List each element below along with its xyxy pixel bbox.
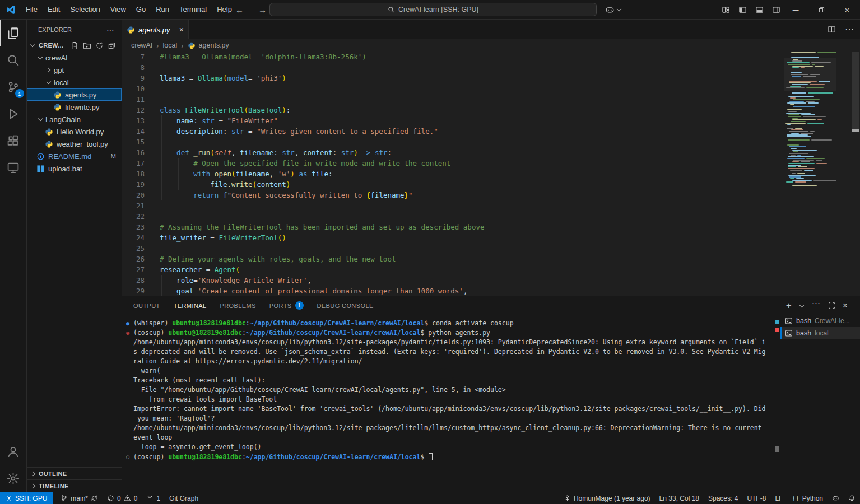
status-branch[interactable]: main* [56,492,103,504]
status-encoding[interactable]: UTF-8 [742,492,770,504]
status-commit-author[interactable]: HomunMage (1 year ago) [559,492,655,504]
status-remote[interactable]: SSH: GPU [0,492,53,504]
activity-accounts[interactable] [0,438,26,465]
none-decoration-icon [126,404,133,414]
tree-item-crewai[interactable]: crewAI [27,52,122,64]
panel-tab-debug-console[interactable]: DEBUG CONSOLE [317,301,374,310]
toggle-primary-sidebar-icon[interactable] [738,6,747,14]
panel-tab-output[interactable]: OUTPUT [133,301,160,310]
status-copilot[interactable] [828,492,844,504]
panel-tab-terminal[interactable]: TERMINAL [174,301,207,310]
panel-tab-problems[interactable]: PROBLEMS [220,301,255,310]
status-problems[interactable]: 00 [103,492,142,504]
close-tab-icon[interactable]: × [179,25,184,34]
copilot-menu[interactable] [605,0,622,19]
new-file-icon[interactable] [71,41,79,50]
panel-more-actions-icon[interactable]: ⋯ [812,298,821,309]
breadcrumb-folder[interactable]: local [163,41,178,49]
activity-extensions[interactable] [0,127,26,154]
code-line: 10 [122,83,850,94]
line-number: 7 [122,52,145,62]
activity-explorer[interactable] [0,20,26,46]
extensions-icon [7,134,20,147]
line-number: 15 [122,137,145,147]
terminal-profile-chevron-icon[interactable] [799,303,805,309]
status-ports[interactable]: 1 [142,492,165,504]
menu-help[interactable]: Help [212,0,237,19]
status-notifications[interactable] [844,492,860,504]
explorer-sidebar: EXPLORER ⋯ CREW... crewAIgptlocalagents.… [27,20,122,492]
terminal-text: loop = asyncio.get_event_loop() [133,442,261,452]
timeline-section[interactable]: TIMELINE [27,479,122,492]
code-editor[interactable]: 7#llama3 = Ollama(model= 'dolphin-llama3… [122,52,850,296]
restore-button[interactable] [808,0,834,19]
breadcrumb-folder[interactable]: crewAI [131,41,152,49]
collapse-all-icon[interactable] [108,41,116,50]
editor-scrollbar[interactable] [852,52,860,296]
back-arrow-icon[interactable]: ← [235,5,244,15]
terminal-instance-crewai-le[interactable]: bashCrewAI-le... [780,315,860,327]
code-line: 7#llama3 = Ollama(model= 'dolphin-llama3… [122,52,850,62]
menu-file[interactable]: File [21,0,43,19]
status-language[interactable]: {}Python [787,492,828,504]
line-number: 17 [122,158,145,169]
sidebar-more-actions-icon[interactable]: ⋯ [106,25,115,34]
menu-go[interactable]: Go [131,0,151,19]
minimap[interactable] [784,52,836,296]
new-folder-icon[interactable] [83,41,91,50]
tree-item-weather-tool-py[interactable]: weather_tool.py [27,138,122,150]
menu-view[interactable]: View [105,0,131,19]
activity-source-control[interactable]: 1 [0,73,26,100]
outline-section[interactable]: OUTLINE [27,467,122,479]
tree-item-langchain[interactable]: LangChain [27,113,122,125]
breadcrumb-file[interactable]: agents.py [199,41,229,49]
terminal-output[interactable]: ●(whisper) ubuntu@182819e81dbc:~/app/Git… [126,319,773,475]
tree-item-hello-world-py[interactable]: Hello World.py [27,125,122,138]
minimize-button[interactable]: ─ [783,0,808,19]
tab-agents-py[interactable]: agents.py × [122,20,189,39]
menu-run[interactable]: Run [151,0,174,19]
status-indentation[interactable]: Spaces: 4 [704,492,742,504]
tree-item-upload-bat[interactable]: upload.bat [27,162,122,175]
run-err-decoration-icon: ⊗ [126,328,133,338]
chevron-down-icon [616,7,622,12]
menu-terminal[interactable]: Terminal [174,0,212,19]
toggle-secondary-sidebar-icon[interactable] [772,6,780,14]
panel-tab-ports[interactable]: PORTS1 [269,301,304,310]
command-center-search[interactable]: CrewAI-learn [SSH: GPU] [269,3,597,16]
chevron-down-icon [45,79,52,86]
status-git-graph[interactable]: Git Graph [165,492,203,504]
activity-remote-explorer[interactable] [0,154,26,181]
code-line: 11 [122,94,850,105]
activity-search[interactable] [0,46,26,73]
menu-selection[interactable]: Selection [65,0,105,19]
activity-settings[interactable] [0,465,26,492]
more-actions-icon[interactable]: ⋯ [845,24,854,35]
activity-run-debug[interactable] [0,100,26,127]
code-line: 18 with open(filename, 'w') as file: [122,169,850,179]
close-panel-icon[interactable]: × [843,301,848,311]
code-line: 20 return f"Content successfully written… [122,190,850,200]
tree-item-gpt[interactable]: gpt [27,64,122,76]
new-terminal-icon[interactable]: + [786,300,792,311]
terminal-instance-local[interactable]: bashlocal [780,327,860,339]
status-cursor-position[interactable]: Ln 33, Col 18 [655,492,704,504]
scrollbar-slider[interactable] [852,52,859,130]
tree-item-local[interactable]: local [27,76,122,88]
close-window-button[interactable]: × [834,0,860,19]
refresh-icon[interactable] [95,41,104,50]
split-editor-icon[interactable] [828,25,836,34]
status-eol[interactable]: LF [770,492,787,504]
none-decoration-icon [126,366,133,376]
workspace-name: CREW... [39,42,63,49]
tree-item-filewrite-py[interactable]: filewrite.py [27,101,122,113]
maximize-panel-icon[interactable] [828,302,835,309]
code-line: 22 [122,211,850,222]
workspace-section-header[interactable]: CREW... [27,39,122,52]
tree-item-readme-md[interactable]: README.mdM [27,150,122,162]
toggle-panel-icon[interactable] [755,6,764,14]
customize-layout-icon[interactable] [722,6,730,14]
tree-item-agents-py[interactable]: agents.py [27,88,122,101]
menu-edit[interactable]: Edit [43,0,65,19]
forward-arrow-icon[interactable]: → [258,5,267,15]
